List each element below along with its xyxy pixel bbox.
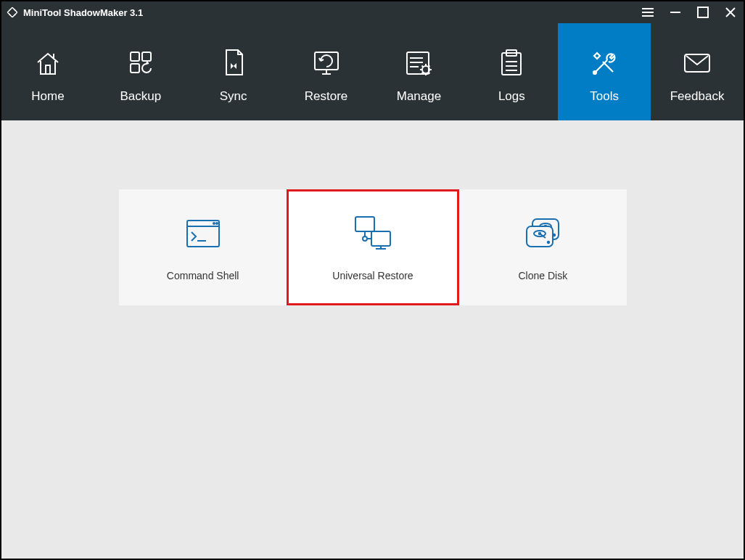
minimize-button[interactable] <box>667 4 684 21</box>
restore-icon <box>310 47 342 79</box>
clone-disk-icon <box>522 213 563 254</box>
content-area: Command Shell Universal Restore <box>1 120 744 559</box>
svg-rect-9 <box>131 52 139 61</box>
logs-icon <box>499 47 524 79</box>
nav-manage[interactable]: Manage <box>373 23 466 120</box>
nav-label: Restore <box>305 89 348 104</box>
tools-card-row: Command Shell Universal Restore <box>119 189 627 305</box>
titlebar: MiniTool ShadowMaker 3.1 <box>1 1 744 23</box>
card-label: Clone Disk <box>518 270 567 281</box>
card-clone-disk[interactable]: Clone Disk <box>459 189 627 305</box>
window-controls <box>639 4 739 21</box>
nav-feedback[interactable]: Feedback <box>651 23 744 120</box>
nav-label: Sync <box>220 89 247 104</box>
svg-rect-11 <box>131 64 139 73</box>
card-label: Universal Restore <box>332 270 413 281</box>
app-window: MiniTool ShadowMaker 3.1 <box>1 1 744 559</box>
svg-point-36 <box>363 236 367 241</box>
nav-label: Logs <box>498 89 525 104</box>
sync-icon <box>222 47 245 79</box>
backup-icon <box>126 47 155 79</box>
svg-rect-7 <box>46 65 50 74</box>
nav-label: Tools <box>590 89 619 104</box>
nav-tools[interactable]: Tools <box>558 23 651 120</box>
svg-rect-32 <box>355 217 374 231</box>
nav-home[interactable]: Home <box>1 23 94 120</box>
nav-backup[interactable]: Backup <box>94 23 187 120</box>
nav-restore[interactable]: Restore <box>280 23 373 120</box>
app-title: MiniTool ShadowMaker 3.1 <box>23 7 143 18</box>
svg-point-29 <box>213 223 215 224</box>
manage-icon <box>404 47 433 79</box>
maximize-button[interactable] <box>694 4 712 21</box>
nav-logs[interactable]: Logs <box>465 23 558 120</box>
card-command-shell[interactable]: Command Shell <box>119 189 287 305</box>
svg-rect-10 <box>142 52 151 61</box>
card-label: Command Shell <box>167 270 239 281</box>
svg-point-40 <box>553 234 555 236</box>
menu-button[interactable] <box>639 4 656 21</box>
nav-sync[interactable]: Sync <box>187 23 280 120</box>
svg-point-25 <box>593 71 596 74</box>
card-universal-restore[interactable]: Universal Restore <box>287 189 458 305</box>
svg-rect-33 <box>371 231 390 246</box>
close-button[interactable] <box>722 4 739 21</box>
nav-label: Backup <box>120 89 161 104</box>
svg-rect-4 <box>698 7 708 17</box>
tools-icon <box>590 47 619 79</box>
nav-label: Home <box>31 89 64 104</box>
app-logo-icon <box>6 6 19 19</box>
main-nav: Home Backup <box>1 23 744 120</box>
svg-point-44 <box>548 242 549 243</box>
nav-label: Feedback <box>670 89 725 104</box>
command-shell-icon <box>184 213 222 254</box>
home-icon <box>33 47 62 79</box>
nav-label: Manage <box>397 89 441 104</box>
feedback-icon <box>682 47 712 79</box>
universal-restore-icon <box>350 213 396 254</box>
svg-point-30 <box>216 223 218 224</box>
